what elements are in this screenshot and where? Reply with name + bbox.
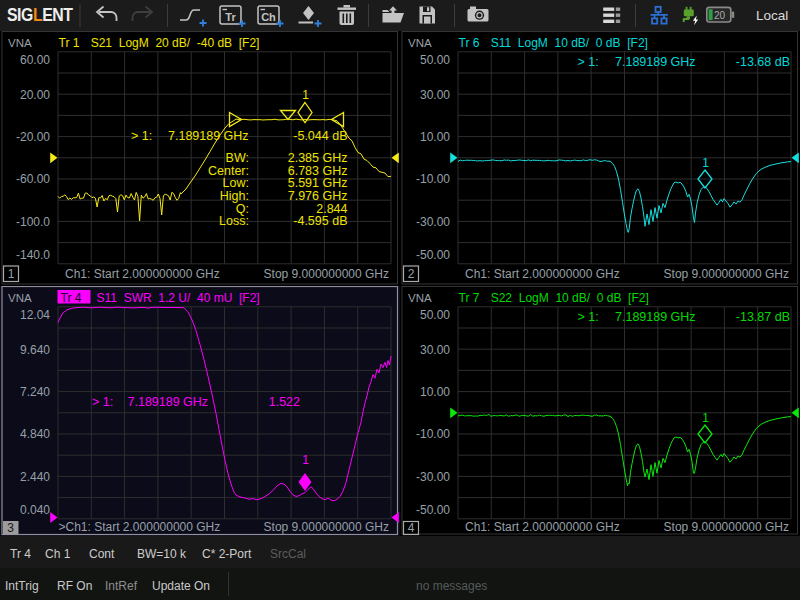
svg-text:7.189189 GHz: 7.189189 GHz (615, 55, 696, 69)
svg-text:>Ch1: Start 2.000000000 GHz: >Ch1: Start 2.000000000 GHz (59, 520, 221, 534)
svg-text:7.240: 7.240 (20, 385, 50, 399)
svg-text:30.00: 30.00 (420, 343, 450, 357)
svg-text:20.00: 20.00 (20, 88, 50, 102)
svg-text:60.00: 60.00 (20, 53, 50, 67)
svg-text:Tr: Tr (225, 11, 236, 23)
svg-text:7.189189 GHz: 7.189189 GHz (168, 129, 249, 143)
svg-text:-13.87 dB: -13.87 dB (736, 310, 790, 324)
svg-text:> 1:: > 1: (578, 310, 599, 324)
svg-text:10.00: 10.00 (420, 130, 450, 144)
svg-text:VNA: VNA (408, 292, 432, 304)
svg-text:Tr 6: Tr 6 (459, 36, 480, 50)
svg-text:1: 1 (8, 267, 15, 281)
svg-text:S11 SWR 1.2 U/ 40 mU [F2]: S11 SWR 1.2 U/ 40 mU [F2] (97, 291, 260, 305)
svg-text:Ch1: Start 2.000000000 GHz: Ch1: Start 2.000000000 GHz (65, 267, 220, 281)
svg-text:7.189189 GHz: 7.189189 GHz (128, 395, 209, 409)
svg-text:4.840: 4.840 (20, 427, 50, 441)
svg-text:Tr 4: Tr 4 (61, 291, 82, 305)
svg-text:> 1:: > 1: (92, 395, 113, 409)
svg-text:0.040: 0.040 (20, 503, 50, 517)
svg-text:S21 LogM 20 dB/ -40 dB [F2: S21 LogM 20 dB/ -40 dB [F2] (91, 36, 260, 50)
svg-text:-5.044 dB: -5.044 dB (293, 129, 347, 143)
svg-text:Loss:: Loss: (219, 214, 249, 228)
svg-text:VNA: VNA (8, 292, 32, 304)
svg-text:3: 3 (7, 521, 14, 535)
svg-text:2.440: 2.440 (20, 470, 50, 484)
svg-text:7.189189 GHz: 7.189189 GHz (615, 310, 696, 324)
svg-text:Stop 9.000000000 GHz: Stop 9.000000000 GHz (264, 520, 389, 534)
svg-text:50.00: 50.00 (420, 53, 450, 67)
svg-text:-60.00: -60.00 (16, 172, 50, 186)
svg-text:30.00: 30.00 (420, 88, 450, 102)
svg-text:VNA: VNA (408, 37, 432, 49)
svg-text:12.04: 12.04 (20, 308, 50, 322)
svg-text:-30.00: -30.00 (416, 470, 450, 484)
svg-text:Tr 7: Tr 7 (459, 291, 480, 305)
svg-text:-10.00: -10.00 (416, 427, 450, 441)
svg-text:> 1:: > 1: (131, 129, 152, 143)
svg-text:-100.0: -100.0 (16, 215, 50, 229)
svg-text:10.00: 10.00 (420, 385, 450, 399)
svg-text:20: 20 (714, 10, 726, 21)
svg-text:VNA: VNA (8, 37, 32, 49)
svg-text:-13.68 dB: -13.68 dB (736, 55, 790, 69)
svg-text:-50.00: -50.00 (416, 248, 450, 262)
svg-text:Ch1: Start 2.000000000 GHz: Ch1: Start 2.000000000 GHz (465, 520, 620, 534)
svg-text:1.522: 1.522 (269, 395, 300, 409)
svg-text:Tr 1: Tr 1 (59, 36, 80, 50)
svg-text:2: 2 (408, 267, 415, 281)
svg-text:-30.00: -30.00 (416, 215, 450, 229)
svg-text:Stop 9.000000000 GHz: Stop 9.000000000 GHz (664, 520, 789, 534)
svg-text:50.00: 50.00 (420, 308, 450, 322)
svg-text:Ch1: Start 2.000000000 GHz: Ch1: Start 2.000000000 GHz (465, 267, 620, 281)
svg-text:Stop 9.000000000 GHz: Stop 9.000000000 GHz (664, 267, 789, 281)
svg-text:SIGLENT: SIGLENT (7, 6, 74, 26)
svg-text:Local: Local (756, 8, 788, 23)
svg-text:4: 4 (408, 521, 415, 535)
svg-text:1: 1 (702, 156, 709, 170)
svg-text:Stop 9.000000000 GHz: Stop 9.000000000 GHz (264, 267, 389, 281)
svg-text:9.640: 9.640 (20, 343, 50, 357)
svg-text:-10.00: -10.00 (416, 172, 450, 186)
svg-text:1: 1 (302, 453, 309, 467)
svg-text:-20.00: -20.00 (16, 130, 50, 144)
svg-text:S22 LogM 10 dB/ 0 dB [F2]: S22 LogM 10 dB/ 0 dB [F2] (491, 291, 649, 305)
svg-text:1: 1 (302, 88, 309, 102)
svg-text:-50.00: -50.00 (416, 503, 450, 517)
svg-text:1: 1 (702, 411, 709, 425)
svg-text:Ch: Ch (261, 11, 276, 23)
svg-text:-4.595 dB: -4.595 dB (293, 214, 347, 228)
svg-text:-140.0: -140.0 (16, 248, 50, 262)
svg-text:> 1:: > 1: (578, 55, 599, 69)
svg-text:S11 LogM 10 dB/ 0 dB [F2]: S11 LogM 10 dB/ 0 dB [F2] (491, 36, 648, 50)
